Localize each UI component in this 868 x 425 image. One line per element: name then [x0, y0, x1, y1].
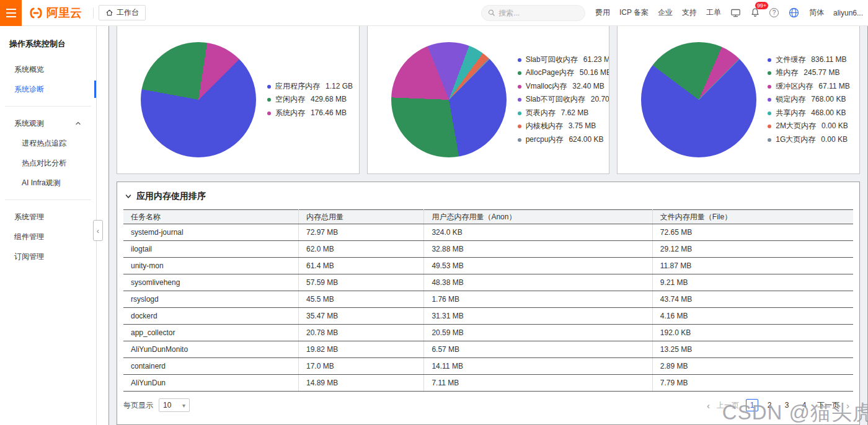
- sidebar-item-hotspot-compare[interactable]: 热点对比分析: [0, 153, 96, 173]
- memory-value-cell: 2.89 MB: [652, 358, 853, 375]
- chevron-up-icon: [75, 120, 81, 126]
- legend-item[interactable]: percpu内存624.00 KB: [518, 133, 610, 147]
- nav-link-fee[interactable]: 费用: [595, 7, 610, 18]
- page-size-select[interactable]: 10: [159, 398, 190, 412]
- legend-label: 应用程序内存: [275, 80, 320, 94]
- memory-value-cell: 20.59 MB: [424, 325, 652, 341]
- sidebar-item-process-hotspot-trace[interactable]: 进程热点追踪: [0, 133, 96, 153]
- legend-label: 2M大页内存: [776, 120, 816, 133]
- legend-item[interactable]: 1G大页内存0.00 KB: [768, 133, 849, 147]
- sidebar-item-component-manage[interactable]: 组件管理: [0, 227, 96, 247]
- memory-value-cell: 45.5 MB: [298, 291, 423, 308]
- notification-badge: 99+: [755, 2, 768, 9]
- legend-item[interactable]: 内核栈内存3.75 MB: [518, 120, 610, 133]
- legend-dot: [768, 112, 771, 115]
- page-button-3[interactable]: 3: [781, 399, 793, 411]
- nav-links: 费用ICP 备案企业支持工单: [595, 7, 721, 18]
- main-content: 应用程序内存1.12 GB空闲内存429.68 MB系统内存176.46 MBS…: [109, 26, 868, 425]
- sidebar-item-system-diagnosis[interactable]: 系统诊断: [0, 79, 96, 99]
- legend-item[interactable]: 堆内存245.77 MB: [768, 66, 849, 80]
- sidebar-item-label: 系统观测: [14, 118, 44, 129]
- legend-dot: [768, 98, 771, 102]
- sidebar-item-system-observe[interactable]: 系统观测: [0, 113, 96, 133]
- products-menu-button[interactable]: [0, 0, 22, 26]
- task-name-cell: AliYunDunMonito: [123, 341, 298, 358]
- legend-value: 7.62 MB: [561, 107, 589, 120]
- legend-label: 内核栈内存: [526, 120, 563, 133]
- legend-item[interactable]: 共享内存468.00 KB: [768, 107, 849, 120]
- task-name-cell: sysomliveheng: [123, 274, 298, 291]
- table-row: app_collector20.78 MB20.59 MB192.0 KB: [123, 325, 853, 341]
- search-input[interactable]: [498, 9, 578, 17]
- memory-value-cell: 31.31 MB: [424, 308, 652, 325]
- pager-pages: 1234: [746, 399, 810, 411]
- page-button-1[interactable]: 1: [746, 399, 758, 411]
- account-username[interactable]: aliyun6...: [833, 9, 863, 17]
- legend-value: 3.75 MB: [569, 120, 596, 133]
- legend-dot: [518, 98, 521, 102]
- next-page-chevron-icon[interactable]: [846, 401, 849, 410]
- aliyun-logo[interactable]: 阿里云: [22, 5, 88, 21]
- legend-item[interactable]: 空闲内存429.68 MB: [267, 93, 353, 107]
- legend-dot: [768, 71, 771, 75]
- legend-item[interactable]: 文件缓存836.11 MB: [768, 53, 849, 67]
- monitor-icon: [730, 8, 741, 18]
- next-page-button[interactable]: 下一页: [817, 400, 839, 411]
- table-header-cell: 内存总用量: [298, 210, 423, 224]
- legend-item[interactable]: 系统内存176.46 MB: [267, 107, 353, 120]
- sidebar-item-system-overview[interactable]: 系统概览: [0, 59, 96, 79]
- sidebar-item-label: AI Infra观测: [22, 178, 61, 188]
- memory-value-cell: 17.0 MB: [298, 358, 423, 375]
- help-button[interactable]: [769, 8, 779, 17]
- table-row: containerd17.0 MB14.11 MB2.89 MB: [123, 358, 853, 375]
- legend-item[interactable]: Slab可回收内存61.23 MB: [518, 53, 610, 67]
- nav-link-icp[interactable]: ICP 备案: [619, 7, 649, 18]
- legend-label: Slab可回收内存: [526, 53, 578, 67]
- app-memory-section-header[interactable]: 应用内存使用排序: [123, 187, 853, 209]
- memory-value-cell: 192.0 KB: [652, 325, 853, 341]
- legend-item[interactable]: Slab不可回收内存20.70 MB: [518, 93, 610, 107]
- task-name-cell: systemd-journal: [123, 224, 298, 241]
- page-size-value: 10: [163, 401, 171, 410]
- legend-item[interactable]: Vmalloc内存32.40 MB: [518, 80, 610, 94]
- nav-link-enterprise[interactable]: 企业: [658, 7, 673, 18]
- prev-page-chevron-icon[interactable]: [707, 401, 710, 410]
- legend-item[interactable]: AllocPage内存50.16 MB: [518, 66, 610, 80]
- memory-value-cell: 1.76 MB: [424, 291, 652, 308]
- sidebar-item-system-manage[interactable]: 系统管理: [0, 207, 96, 227]
- page-button-2[interactable]: 2: [763, 399, 776, 411]
- prev-page-button[interactable]: 上一页: [717, 400, 739, 411]
- legend-value: 429.68 MB: [311, 93, 347, 107]
- nav-link-support[interactable]: 支持: [682, 7, 697, 18]
- sidebar-item-label: 系统诊断: [14, 84, 44, 95]
- sidebar-item-subscription-manage[interactable]: 订阅管理: [0, 247, 96, 266]
- region-language-button[interactable]: [788, 7, 800, 19]
- legend-value: 61.23 MB: [583, 53, 610, 67]
- page-button-4[interactable]: 4: [798, 399, 810, 411]
- home-icon: [105, 9, 113, 17]
- legend-dot: [518, 112, 521, 115]
- legend-item[interactable]: 缓冲区内存67.11 MB: [768, 80, 849, 94]
- legend-item[interactable]: 2M大页内存0.00 KB: [768, 120, 849, 133]
- legend-label: 共享内存: [776, 107, 805, 120]
- legend-dot: [518, 125, 521, 128]
- global-search[interactable]: [481, 5, 585, 21]
- sidebar-item-ai-infra-observe[interactable]: AI Infra观测: [0, 173, 96, 193]
- notification-button[interactable]: 99+: [750, 7, 760, 18]
- memory-value-cell: 35.47 MB: [298, 308, 423, 325]
- legend-item[interactable]: 锁定内存768.00 KB: [768, 93, 849, 107]
- sidebar-collapse-button[interactable]: [93, 220, 103, 241]
- legend-item[interactable]: 应用程序内存1.12 GB: [267, 80, 353, 94]
- legend-dot: [768, 125, 771, 128]
- task-name-cell: app_collector: [123, 325, 298, 341]
- language-switch[interactable]: 简体: [809, 7, 824, 18]
- legend-item[interactable]: 页表内存7.62 MB: [518, 107, 610, 120]
- nav-link-ticket[interactable]: 工单: [706, 7, 721, 18]
- memory-value-cell: 19.82 MB: [298, 341, 423, 358]
- workbench-button[interactable]: 工作台: [99, 5, 146, 20]
- console-monitor-button[interactable]: [730, 8, 741, 18]
- nav-divider: [93, 7, 94, 19]
- search-icon: [488, 9, 495, 17]
- legend-value: 0.00 KB: [821, 133, 848, 147]
- memory-value-cell: 324.0 KB: [424, 224, 652, 241]
